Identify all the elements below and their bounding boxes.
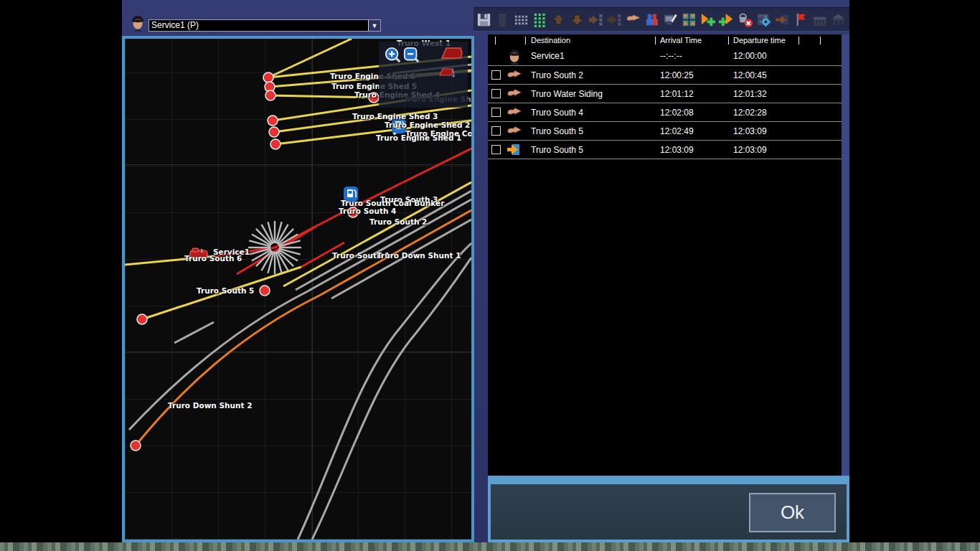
timetable-row[interactable]: Truro South 412:02:0812:02:28 bbox=[488, 103, 849, 122]
timetable-panel: Destination Arrival Time Departure time … bbox=[488, 34, 849, 476]
row-arrival-time: --:--:-- bbox=[660, 51, 733, 61]
stop-at-hand-icon bbox=[507, 126, 522, 136]
footer-inner: Ok bbox=[491, 484, 847, 540]
row-destination: Truro South 2 bbox=[531, 70, 660, 80]
footer-panel: Ok bbox=[488, 476, 849, 542]
center-view-icon[interactable] bbox=[681, 11, 697, 28]
stop-at-hand-icon bbox=[507, 70, 522, 80]
row-checkbox[interactable] bbox=[491, 70, 501, 80]
service-settings-icon[interactable] bbox=[755, 11, 772, 28]
row-type-icon-cell bbox=[504, 48, 531, 65]
row-checkbox[interactable] bbox=[491, 108, 501, 117]
repaint-icon[interactable] bbox=[662, 11, 679, 28]
row-departure-time: 12:01:32 bbox=[733, 89, 849, 99]
row-type-icon-cell bbox=[504, 107, 531, 118]
row-departure-time: 12:00:00 bbox=[733, 51, 849, 61]
timetable-scrollbar[interactable] bbox=[842, 34, 849, 476]
col-destination: Destination bbox=[531, 36, 570, 44]
add-instruction-icon[interactable] bbox=[699, 11, 716, 28]
row-arrival-time: 12:00:25 bbox=[660, 70, 733, 80]
row-checkbox-cell bbox=[488, 70, 504, 80]
row-destination: Truro South 4 bbox=[531, 108, 660, 118]
passengers-icon[interactable] bbox=[644, 11, 660, 28]
col-arrival: Arrival Time bbox=[660, 36, 702, 44]
svg-text:1: 1 bbox=[200, 248, 203, 254]
row-destination: Service1 bbox=[531, 51, 660, 61]
row-checkbox-cell bbox=[488, 126, 504, 136]
stop-at-hand-icon bbox=[507, 107, 522, 118]
buffer-stop-small-icon bbox=[439, 67, 455, 77]
timetable-row[interactable]: Truro South 212:00:2512:00:45 bbox=[488, 66, 849, 85]
desktop-strip bbox=[0, 542, 980, 551]
grid-dots-icon[interactable] bbox=[513, 11, 529, 28]
timetable-row[interactable]: Truro Water Siding12:01:1212:01:32 bbox=[488, 85, 849, 103]
timetable-header: Destination Arrival Time Departure time bbox=[488, 34, 849, 47]
insert-before-icon[interactable] bbox=[588, 11, 604, 28]
row-type-icon-cell bbox=[504, 126, 531, 136]
row-departure-time: 12:03:09 bbox=[733, 126, 849, 136]
row-type-icon-cell bbox=[504, 88, 531, 99]
move-up-icon[interactable] bbox=[550, 11, 567, 28]
track-map-graphics: 1 bbox=[125, 39, 471, 540]
row-arrival-time: 12:02:08 bbox=[660, 108, 733, 118]
service-selector[interactable]: Service1 (P) ▼ bbox=[149, 19, 381, 32]
remove-service-icon[interactable] bbox=[737, 11, 753, 28]
driver-avatar-icon bbox=[130, 14, 146, 32]
track-map-panel: 1 Truro West 1Truro Engine Shed 6Truro E… bbox=[122, 36, 474, 542]
add-instruction-alt-icon[interactable] bbox=[718, 11, 735, 28]
map-zoom-overlay bbox=[379, 42, 468, 108]
row-arrival-time: 12:01:12 bbox=[660, 89, 733, 99]
row-arrival-time: 12:02:49 bbox=[660, 126, 733, 136]
platform-icon[interactable] bbox=[811, 11, 828, 28]
toolbar bbox=[473, 7, 849, 32]
row-departure-time: 12:02:28 bbox=[733, 108, 849, 118]
row-departure-time: 12:00:45 bbox=[733, 70, 849, 80]
col-departure: Departure time bbox=[733, 36, 786, 44]
row-destination: Truro Water Siding bbox=[531, 89, 660, 99]
row-type-icon-cell bbox=[504, 143, 531, 156]
fuel-pump-icon bbox=[344, 187, 358, 204]
row-destination: Truro South 5 bbox=[531, 145, 660, 155]
zoom-out-button[interactable] bbox=[403, 47, 420, 64]
timetable-editor-window: Service1 (P) ▼ bbox=[122, 0, 849, 542]
save-icon[interactable] bbox=[476, 11, 492, 28]
main-line-tracks bbox=[129, 65, 471, 540]
insert-after-icon[interactable] bbox=[606, 11, 623, 28]
screen: Service1 (P) ▼ bbox=[0, 0, 980, 551]
timetable-rows: Service1--:--:--12:00:00 Truro South 212… bbox=[488, 47, 849, 159]
grid-dots-green-icon[interactable] bbox=[532, 11, 548, 28]
topbar: Service1 (P) ▼ bbox=[122, 0, 849, 36]
chevron-down-icon[interactable]: ▼ bbox=[368, 20, 380, 31]
final-destination-icon bbox=[507, 143, 520, 156]
service-selector-value: Service1 (P) bbox=[149, 20, 368, 31]
pick-destination-hand-icon[interactable] bbox=[625, 11, 641, 28]
delete-icon[interactable] bbox=[494, 11, 511, 28]
flag-icon[interactable] bbox=[793, 11, 809, 28]
stop-at-hand-icon bbox=[507, 88, 522, 99]
zoom-in-button[interactable] bbox=[385, 47, 402, 64]
move-down-icon[interactable] bbox=[569, 11, 585, 28]
row-checkbox[interactable] bbox=[491, 145, 501, 154]
fuel-pump-icon bbox=[392, 118, 406, 136]
row-checkbox-cell bbox=[488, 108, 504, 117]
go-to-icon[interactable] bbox=[774, 11, 791, 28]
row-destination: Truro South 5 bbox=[531, 126, 660, 136]
row-checkbox[interactable] bbox=[491, 126, 501, 136]
timetable-row[interactable]: Truro South 512:03:0912:03:09 bbox=[488, 141, 849, 159]
track-map[interactable]: 1 Truro West 1Truro Engine Shed 6Truro E… bbox=[125, 39, 471, 540]
row-checkbox-cell bbox=[488, 89, 504, 98]
row-arrival-time: 12:03:09 bbox=[660, 145, 733, 155]
driver-icon bbox=[507, 48, 522, 65]
ok-button[interactable]: Ok bbox=[749, 493, 836, 532]
row-type-icon-cell bbox=[504, 70, 531, 80]
row-checkbox[interactable] bbox=[491, 89, 501, 98]
row-checkbox-cell bbox=[488, 145, 504, 154]
canopy-icon[interactable] bbox=[830, 11, 847, 28]
timetable-row[interactable]: Truro South 512:02:4912:03:09 bbox=[488, 122, 849, 141]
buffer-stop-icon bbox=[440, 46, 463, 60]
row-departure-time: 12:03:09 bbox=[733, 145, 849, 155]
timetable-row[interactable]: Service1--:--:--12:00:00 bbox=[488, 47, 849, 66]
train-icon: 1 bbox=[190, 248, 207, 258]
